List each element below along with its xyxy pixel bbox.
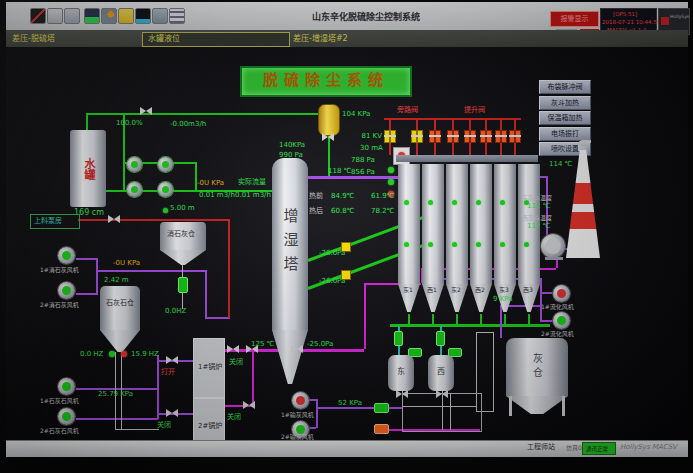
badge-label: 通讯正常 bbox=[586, 446, 608, 452]
lime-fan-1[interactable] bbox=[58, 247, 75, 264]
fan-label: 2#石灰石风机 bbox=[40, 428, 79, 435]
status-dot bbox=[524, 242, 529, 247]
status-dot bbox=[476, 200, 481, 205]
screen-icon[interactable] bbox=[135, 8, 151, 24]
pipe bbox=[504, 314, 506, 324]
alarm-display-button[interactable]: 报警显示 bbox=[550, 11, 599, 27]
pipe bbox=[514, 119, 516, 131]
feeder-indicator[interactable] bbox=[178, 277, 188, 293]
duct-pressure2: 856 Pa bbox=[351, 169, 375, 177]
valve-icon[interactable] bbox=[166, 409, 178, 418]
limestone-hz2: 15.9 HZ bbox=[131, 351, 159, 359]
bag-filter-chamber[interactable] bbox=[398, 164, 420, 284]
heat-r2a: 60.8℃ bbox=[331, 208, 354, 216]
block-icon[interactable] bbox=[30, 8, 46, 24]
valve-icon[interactable] bbox=[166, 356, 178, 365]
hand-select-icon[interactable] bbox=[64, 8, 80, 24]
line-indicator[interactable] bbox=[436, 331, 445, 346]
pipe bbox=[76, 418, 158, 420]
esp-rapping-button[interactable]: 电场振打 bbox=[539, 127, 591, 141]
pulse-valve-pair[interactable] bbox=[480, 131, 492, 142]
bag-filter-chamber[interactable] bbox=[494, 164, 516, 284]
circulation-pump[interactable] bbox=[158, 157, 173, 172]
fan-label: 2#流化风机 bbox=[541, 331, 574, 338]
pipe bbox=[450, 393, 451, 430]
tab-diff-pressure-tower[interactable]: 差压-脱硫塔 bbox=[12, 35, 55, 44]
pulse-valve-pair[interactable] bbox=[447, 131, 459, 142]
valve-icon[interactable] bbox=[108, 215, 120, 224]
flue-pressure: -25.0Pa bbox=[307, 341, 333, 349]
boiler-2-label: 2#锅炉 bbox=[198, 423, 222, 431]
monitor-icon[interactable] bbox=[84, 8, 100, 24]
humidifying-tower[interactable]: 增湿塔 bbox=[272, 158, 308, 330]
id-fan[interactable] bbox=[541, 234, 565, 258]
pipe bbox=[469, 142, 471, 155]
fluidizing-fan-2[interactable] bbox=[553, 312, 570, 329]
pulse-valve-pair[interactable] bbox=[464, 131, 476, 142]
tools-icon[interactable] bbox=[101, 8, 117, 24]
circulation-pump[interactable] bbox=[158, 182, 173, 197]
point-combo[interactable]: 水罐液位 bbox=[142, 32, 290, 47]
ash-conveying-fan-1[interactable] bbox=[292, 392, 309, 409]
valve-icon[interactable] bbox=[243, 401, 255, 410]
esp-kv: 81 KV bbox=[360, 133, 382, 141]
hand-point-icon[interactable] bbox=[47, 8, 63, 24]
transfer-vessel-west[interactable]: 西 bbox=[428, 355, 454, 391]
valve-icon[interactable] bbox=[291, 345, 303, 354]
duct-temp: 118 ℃ bbox=[328, 168, 351, 176]
bag-filter-chamber[interactable] bbox=[422, 164, 444, 284]
insulation-heating-button[interactable]: 保温箱加热 bbox=[539, 111, 591, 125]
pipe bbox=[387, 407, 402, 409]
boiler-1: 1#锅炉 bbox=[193, 338, 225, 398]
source-box[interactable]: 上料泵房 bbox=[30, 214, 80, 229]
notepad-icon[interactable] bbox=[118, 8, 134, 24]
transfer-valve-closed[interactable] bbox=[374, 424, 389, 434]
boiler-1-label: 1#锅炉 bbox=[198, 364, 222, 372]
lime-fan-2[interactable] bbox=[58, 282, 75, 299]
valve-icon[interactable] bbox=[227, 345, 239, 354]
ash-silo[interactable]: 灰仓 bbox=[506, 338, 568, 396]
circulation-pump[interactable] bbox=[127, 157, 142, 172]
pulse-valve-pair[interactable] bbox=[509, 131, 521, 142]
chamber-label: 西2 bbox=[475, 287, 485, 294]
bag-filter-chamber[interactable] bbox=[470, 164, 492, 284]
lime-silo[interactable]: 消石灰仓 bbox=[160, 222, 206, 250]
pipe bbox=[452, 119, 454, 131]
east-hopper-temp: 112 ℃ bbox=[527, 203, 550, 211]
pipe bbox=[96, 258, 98, 295]
circulation-pump[interactable] bbox=[127, 182, 142, 197]
main-line-flow2: 0.01 m3/h bbox=[235, 192, 271, 200]
valve-icon[interactable] bbox=[396, 390, 408, 399]
transfer-vessel-east[interactable]: 东 bbox=[388, 355, 414, 391]
pulse-valve-pair[interactable] bbox=[495, 131, 507, 142]
dial-icon[interactable] bbox=[152, 8, 168, 24]
status-dot bbox=[500, 200, 505, 205]
chamber-label: 东3 bbox=[499, 287, 509, 294]
tab-diff-pressure-humidifier[interactable]: 差压-增湿塔#2 bbox=[293, 35, 348, 44]
actual-flow-label: 实际流量 bbox=[238, 179, 266, 187]
valve-icon[interactable] bbox=[140, 107, 152, 116]
hopper-heating-button[interactable]: 灰斗加热 bbox=[539, 96, 591, 110]
pipe bbox=[540, 320, 553, 322]
limestone-fan-2[interactable] bbox=[58, 408, 75, 425]
bypass-valve-label: 旁路阀 bbox=[397, 107, 418, 115]
damper-icon[interactable] bbox=[341, 242, 351, 252]
line-indicator[interactable] bbox=[394, 331, 403, 346]
pipe bbox=[205, 317, 230, 319]
status-dot bbox=[121, 351, 127, 357]
pulse-valve-pair[interactable] bbox=[429, 131, 441, 142]
pulse-valve-pair[interactable] bbox=[384, 131, 396, 142]
limestone-fan-1[interactable] bbox=[58, 378, 75, 395]
valve-icon[interactable] bbox=[436, 390, 448, 399]
pulse-valve-pair[interactable] bbox=[411, 131, 423, 142]
valve-icon[interactable] bbox=[322, 133, 334, 142]
pipe bbox=[528, 314, 530, 324]
transfer-valve-open[interactable] bbox=[374, 403, 389, 413]
water-tank[interactable]: 水罐 bbox=[70, 130, 106, 207]
calendar-icon[interactable] bbox=[169, 8, 185, 24]
limestone-silo[interactable]: 石灰石仓 bbox=[100, 286, 140, 330]
fluidizing-fan-1[interactable] bbox=[553, 285, 570, 302]
bag-pulse-valve-button[interactable]: 布袋脉冲阀 bbox=[539, 80, 591, 94]
damper-icon[interactable] bbox=[341, 270, 351, 280]
bag-filter-chamber[interactable] bbox=[446, 164, 468, 284]
